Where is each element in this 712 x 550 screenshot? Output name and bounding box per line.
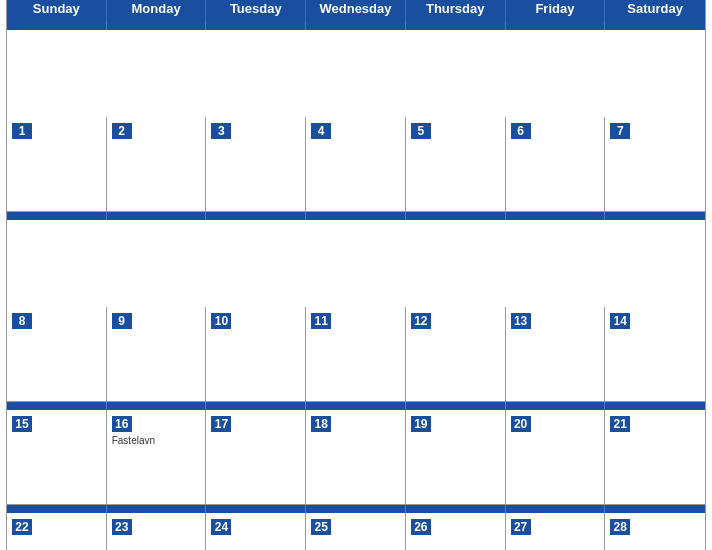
day-20: 20 — [506, 410, 606, 505]
day-25: 25 — [306, 513, 406, 550]
day-22: 22 — [7, 513, 107, 550]
day-14: 14 — [605, 307, 705, 402]
day-16: 16 Fastelavn — [107, 410, 207, 505]
day-1: 1 — [7, 117, 107, 212]
day-17: 17 — [206, 410, 306, 505]
day-10: 10 — [206, 307, 306, 402]
day-4: 4 — [306, 117, 406, 212]
calendar-grid: 1 2 3 4 5 6 7 8 9 10 11 12 13 14 15 16 F… — [7, 22, 705, 550]
week2-divider — [7, 212, 705, 220]
day-23: 23 — [107, 513, 207, 550]
day-13: 13 — [506, 307, 606, 402]
day-3: 3 — [206, 117, 306, 212]
day-8: 8 — [7, 307, 107, 402]
day-11: 11 — [306, 307, 406, 402]
day-19: 19 — [406, 410, 506, 505]
days-header: Sunday Monday Tuesday Wednesday Thursday… — [7, 0, 705, 22]
day-5: 5 — [406, 117, 506, 212]
day-wednesday: Wednesday — [306, 0, 406, 22]
day-9: 9 — [107, 307, 207, 402]
fastelavn-event: Fastelavn — [112, 435, 201, 446]
week4-divider — [7, 505, 705, 513]
day-21: 21 — [605, 410, 705, 505]
day-tuesday: Tuesday — [206, 0, 306, 22]
day-saturday: Saturday — [605, 0, 705, 22]
day-sunday: Sunday — [7, 0, 107, 22]
day-15: 15 — [7, 410, 107, 505]
day-24: 24 — [206, 513, 306, 550]
day-18: 18 — [306, 410, 406, 505]
day-2: 2 — [107, 117, 207, 212]
day-thursday: Thursday — [406, 0, 506, 22]
day-12: 12 — [406, 307, 506, 402]
day-7: 7 — [605, 117, 705, 212]
day-6: 6 — [506, 117, 606, 212]
calendar: General Blue February 2026 Denmark Sunda… — [6, 0, 706, 550]
day-27: 27 — [506, 513, 606, 550]
week1-divider — [7, 22, 705, 30]
day-monday: Monday — [107, 0, 207, 22]
day-friday: Friday — [506, 0, 606, 22]
day-26: 26 — [406, 513, 506, 550]
day-28: 28 — [605, 513, 705, 550]
week3-divider — [7, 402, 705, 410]
